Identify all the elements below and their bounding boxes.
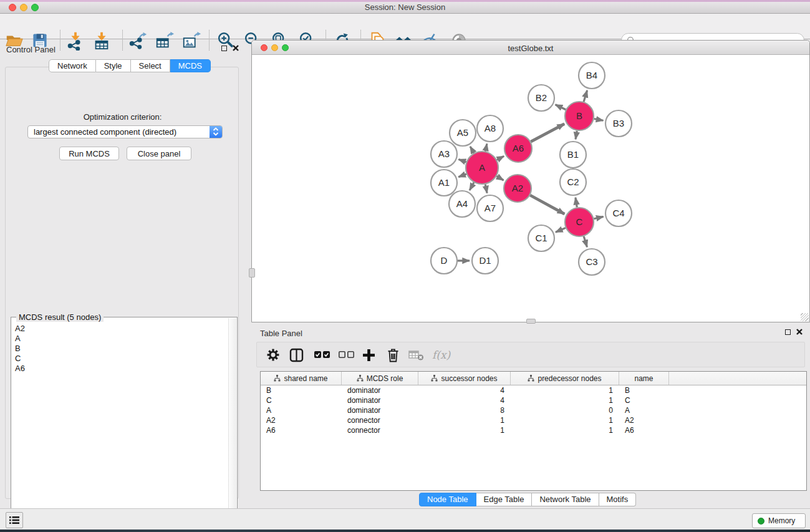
delete-table-icon[interactable] <box>408 347 424 362</box>
graph-edge-C-C1[interactable] <box>556 228 566 232</box>
network-window-titlebar[interactable]: testGlobe.txt <box>252 41 809 55</box>
unselect-all-columns-icon[interactable] <box>339 347 354 362</box>
result-item-b[interactable]: B <box>12 344 227 354</box>
table-row-a6[interactable]: A6connector11A6 <box>261 425 806 435</box>
column-header-name[interactable]: name <box>619 372 669 385</box>
panel-list-button[interactable] <box>6 512 23 528</box>
result-list-scrollbar[interactable] <box>228 318 236 521</box>
column-header-successor-nodes[interactable]: successor nodes <box>418 372 511 385</box>
cell-mcds-role[interactable]: connector <box>342 415 418 425</box>
graph-edge-A-A4[interactable] <box>470 183 474 191</box>
cell-name[interactable]: A6 <box>619 425 669 435</box>
graph-node-C[interactable]: C <box>565 208 594 236</box>
table-row-c[interactable]: Cdominator41C <box>261 395 806 405</box>
cell-predecessor-nodes[interactable]: 1 <box>511 425 619 435</box>
run-mcds-button[interactable]: Run MCDS <box>59 147 119 160</box>
graph-edge-A6-B[interactable] <box>531 124 564 142</box>
tab-network-table[interactable]: Network Table <box>532 493 599 506</box>
cell-mcds-role[interactable]: dominator <box>342 405 418 415</box>
graph-edge-A-A7[interactable] <box>485 185 487 193</box>
optimization-criterion-select[interactable]: largest connected component (directed) <box>27 125 223 138</box>
graph-node-A3[interactable]: A3 <box>431 141 457 167</box>
float-panel-icon[interactable] <box>221 46 227 51</box>
graph-node-A[interactable]: A <box>466 152 498 184</box>
cell-name[interactable]: C <box>619 395 669 405</box>
birdseye-handle-bottom[interactable] <box>526 319 536 324</box>
graph-node-A4[interactable]: A4 <box>449 191 475 217</box>
birdseye-handle-left[interactable] <box>249 268 255 278</box>
memory-button[interactable]: Memory <box>752 513 806 528</box>
column-header-predecessor-nodes[interactable]: predecessor nodes <box>511 372 619 385</box>
tab-select[interactable]: Select <box>131 59 170 72</box>
float-panel-icon[interactable] <box>785 329 791 335</box>
cell-shared-name[interactable]: A6 <box>261 425 342 435</box>
cell-name[interactable]: A <box>619 405 669 415</box>
cell-successor-nodes[interactable]: 4 <box>418 385 511 395</box>
column-header-mcds-role[interactable]: MCDS role <box>342 372 418 385</box>
graph-edge-A-A2[interactable] <box>496 177 503 181</box>
tab-motifs[interactable]: Motifs <box>599 493 637 506</box>
graph-edge-A2-C[interactable] <box>530 195 564 214</box>
graph-node-A8[interactable]: A8 <box>477 115 503 142</box>
result-item-c[interactable]: C <box>12 354 227 364</box>
graph-edge-A-A6[interactable] <box>497 156 504 160</box>
cell-shared-name[interactable]: B <box>261 385 342 395</box>
cell-name[interactable]: B <box>619 385 669 395</box>
graph-edge-B-B1[interactable] <box>576 131 577 140</box>
result-item-a6[interactable]: A6 <box>12 364 227 374</box>
graph-node-B1[interactable]: B1 <box>560 142 586 168</box>
graph-edge-C-C2[interactable] <box>576 198 577 208</box>
cell-mcds-role[interactable]: dominator <box>342 385 418 395</box>
graph-node-D1[interactable]: D1 <box>472 248 498 274</box>
panel-layout-icon[interactable] <box>289 347 304 362</box>
cell-successor-nodes[interactable]: 1 <box>418 415 511 425</box>
delete-column-icon[interactable] <box>387 347 400 362</box>
graph-node-D[interactable]: D <box>431 248 457 274</box>
cell-successor-nodes[interactable]: 8 <box>418 405 511 415</box>
result-item-a2[interactable]: A2 <box>12 324 227 334</box>
graph-node-C4[interactable]: C4 <box>605 200 632 226</box>
table-row-a[interactable]: Adominator80A <box>261 405 806 415</box>
graph-edge-C-C3[interactable] <box>584 236 587 247</box>
close-panel-button[interactable]: Close panel <box>127 147 191 160</box>
cell-mcds-role[interactable]: dominator <box>342 395 418 405</box>
graph-edge-A-A5[interactable] <box>470 147 474 153</box>
column-header-shared-name[interactable]: shared name <box>261 372 342 385</box>
tab-node-table[interactable]: Node Table <box>419 493 476 506</box>
close-panel-icon[interactable] <box>796 329 803 335</box>
graph-edge-B-B4[interactable] <box>584 90 587 102</box>
table-row-a2[interactable]: A2connector11A2 <box>261 415 806 425</box>
cell-successor-nodes[interactable]: 4 <box>418 395 511 405</box>
table-row-b[interactable]: Bdominator41B <box>261 385 806 395</box>
tab-edge-table[interactable]: Edge Table <box>476 493 533 506</box>
graph-edge-A-A3[interactable] <box>459 160 466 162</box>
function-builder-icon[interactable]: f(x) <box>432 347 450 362</box>
window-resize-grip[interactable] <box>801 313 809 321</box>
graph-node-A2[interactable]: A2 <box>504 175 531 202</box>
graph-node-B[interactable]: B <box>565 102 594 130</box>
cell-mcds-role[interactable]: connector <box>342 425 418 435</box>
cell-successor-nodes[interactable]: 1 <box>418 425 511 435</box>
cell-shared-name[interactable]: C <box>261 395 342 405</box>
add-column-icon[interactable] <box>362 347 375 362</box>
cell-predecessor-nodes[interactable]: 0 <box>511 405 619 415</box>
result-item-a[interactable]: A <box>12 334 227 344</box>
graph-edge-C-C4[interactable] <box>594 216 603 218</box>
table-settings-icon[interactable] <box>267 347 279 362</box>
graph-edge-A-A1[interactable] <box>458 174 466 177</box>
graph-node-C3[interactable]: C3 <box>579 249 605 275</box>
close-panel-icon[interactable] <box>233 45 239 51</box>
graph-node-A7[interactable]: A7 <box>477 195 503 221</box>
cell-predecessor-nodes[interactable]: 1 <box>511 395 619 405</box>
cell-predecessor-nodes[interactable]: 1 <box>511 385 619 395</box>
graph-node-A1[interactable]: A1 <box>431 170 457 196</box>
graph-node-B2[interactable]: B2 <box>528 85 554 111</box>
graph-edge-B-B2[interactable] <box>556 105 566 110</box>
graph-node-C1[interactable]: C1 <box>528 225 554 251</box>
graph-edge-B-B3[interactable] <box>594 119 604 121</box>
graph-node-B3[interactable]: B3 <box>605 110 632 137</box>
graph-node-C2[interactable]: C2 <box>560 169 586 195</box>
graph-node-B4[interactable]: B4 <box>579 62 605 89</box>
cell-shared-name[interactable]: A2 <box>261 415 342 425</box>
graph-node-A6[interactable]: A6 <box>504 135 532 162</box>
